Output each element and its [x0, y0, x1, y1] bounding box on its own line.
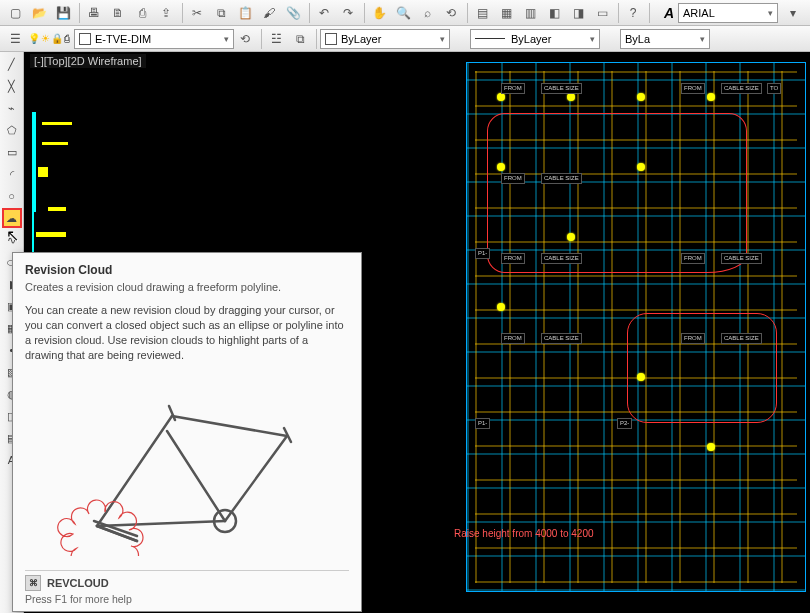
- textstyle-icon[interactable]: A: [664, 5, 674, 21]
- help-icon[interactable]: ?: [622, 2, 644, 24]
- tooltip-revision-cloud: Revision Cloud Creates a revision cloud …: [12, 252, 362, 612]
- chevron-down-icon: ▾: [590, 34, 595, 44]
- tooltip-footer: ⌘ REVCLOUD Press F1 for more help: [25, 570, 349, 605]
- polyline-icon[interactable]: ⌁: [2, 98, 22, 118]
- linetype-bylayer-dropdown[interactable]: ByLayer ▾: [470, 29, 600, 49]
- design-center-icon[interactable]: ◧: [543, 2, 565, 24]
- tool-palette-icon[interactable]: ▥: [519, 2, 541, 24]
- revision-cloud-shape: [487, 113, 747, 273]
- chevron-down-icon: ▾: [224, 34, 229, 44]
- arc-icon[interactable]: ◜: [2, 164, 22, 184]
- pan-icon[interactable]: ✋: [368, 2, 390, 24]
- cut-icon[interactable]: ✂: [186, 2, 208, 24]
- tooltip-body: You can create a new revision cloud by d…: [25, 303, 349, 362]
- fp-tag: P1-: [475, 418, 490, 429]
- lock-icon[interactable]: 🔒: [51, 33, 63, 44]
- toolbar-layers: ☰ 💡 ☀ 🔒 ⎙ E-TVE-DIM ▾ ⟲ ☳ ⧉ ByLayer ▾ By…: [0, 26, 810, 52]
- sun-icon[interactable]: ☀: [41, 33, 50, 44]
- tooltip-command: REVCLOUD: [47, 577, 109, 589]
- fp-tag: CABLE SIZE: [541, 253, 582, 264]
- layer-state-icon[interactable]: ☳: [265, 28, 287, 50]
- svg-line-0: [97, 416, 172, 526]
- fp-tag: CABLE SIZE: [721, 253, 762, 264]
- new-file-icon[interactable]: ▢: [4, 2, 26, 24]
- rectangle-icon[interactable]: ▭: [2, 142, 22, 162]
- fp-tag: CABLE SIZE: [721, 83, 762, 94]
- canvas-annotation: Raise height from 4000 to 4200: [454, 528, 594, 539]
- lineweight-bylayer-dropdown[interactable]: ByLa ▾: [620, 29, 710, 49]
- sheet-icon[interactable]: ▦: [495, 2, 517, 24]
- text-prop-icon[interactable]: ▾: [782, 2, 804, 24]
- zoom-prev-icon[interactable]: ⟲: [440, 2, 462, 24]
- plot-layer-icon[interactable]: ⎙: [64, 33, 70, 44]
- match-prop-icon[interactable]: 🖌: [258, 2, 280, 24]
- publish-icon[interactable]: ⇪: [155, 2, 177, 24]
- tooltip-subtitle: Creates a revision cloud drawing a freef…: [25, 281, 349, 293]
- circle-icon[interactable]: ○: [2, 186, 22, 206]
- layer-state-icons: 💡 ☀ 🔒 ⎙: [28, 33, 70, 44]
- svg-line-2: [225, 436, 287, 521]
- toolbar-main: ▢ 📂 💾 🖶 🗎 ⎙ ⇪ ✂ ⧉ 📋 🖌 📎 ↶ ↷ ✋ 🔍 ⌕ ⟲ ▤ ▦ …: [0, 0, 810, 26]
- svg-line-1: [172, 416, 287, 436]
- print-preview-icon[interactable]: 🗎: [107, 2, 129, 24]
- undo-icon[interactable]: ↶: [313, 2, 335, 24]
- paste-icon[interactable]: 📋: [234, 2, 256, 24]
- chevron-down-icon: ▾: [700, 34, 705, 44]
- fp-tag: FROM: [501, 333, 525, 344]
- fp-tag: CABLE SIZE: [541, 333, 582, 344]
- fp-tag: CABLE SIZE: [721, 333, 762, 344]
- copy-icon[interactable]: ⧉: [210, 2, 232, 24]
- save-icon[interactable]: 💾: [52, 2, 74, 24]
- fp-tag: FROM: [501, 83, 525, 94]
- fp-tag: FROM: [681, 333, 705, 344]
- svg-line-4: [167, 431, 225, 521]
- layer-filter-icon[interactable]: ⧉: [289, 28, 311, 50]
- construction-line-icon[interactable]: ╳: [2, 76, 22, 96]
- tooltip-command-row: ⌘ REVCLOUD: [25, 575, 349, 591]
- command-icon: ⌘: [25, 575, 41, 591]
- markup-icon[interactable]: ◨: [567, 2, 589, 24]
- fp-tag: FROM: [501, 253, 525, 264]
- properties-icon[interactable]: ▤: [471, 2, 493, 24]
- fp-tag: P2-: [617, 418, 632, 429]
- font-name-dropdown[interactable]: ARIAL ▾: [678, 3, 778, 23]
- viewport-label[interactable]: [-][Top][2D Wireframe]: [30, 54, 146, 68]
- linetype-preview: [475, 38, 505, 39]
- calc-icon[interactable]: ▭: [591, 2, 613, 24]
- fp-tag: FROM: [681, 253, 705, 264]
- revision-cloud-shape: [627, 313, 777, 423]
- polygon-icon[interactable]: ⬠: [2, 120, 22, 140]
- spline-icon[interactable]: ∿: [2, 230, 22, 250]
- tooltip-title: Revision Cloud: [25, 263, 349, 277]
- print-icon[interactable]: 🖶: [83, 2, 105, 24]
- svg-line-3: [97, 521, 225, 526]
- line-icon[interactable]: ╱: [2, 54, 22, 74]
- fp-tag: P1-: [475, 248, 490, 259]
- tooltip-help: Press F1 for more help: [25, 593, 349, 605]
- chevron-down-icon: ▾: [768, 8, 773, 18]
- layer-manager-icon[interactable]: ☰: [4, 28, 26, 50]
- open-icon[interactable]: 📂: [28, 2, 50, 24]
- font-style-area: A ARIAL ▾ ▾: [664, 2, 806, 24]
- floorplan-drawing: FROM CABLE SIZE FROM CABLE SIZE TO FROM …: [466, 62, 806, 592]
- color-bylayer-dropdown[interactable]: ByLayer ▾: [320, 29, 450, 49]
- revcloud-icon[interactable]: ☁: [2, 208, 22, 228]
- zoom-window-icon[interactable]: ⌕: [416, 2, 438, 24]
- bulb-icon[interactable]: 💡: [28, 33, 40, 44]
- tooltip-illustration: [25, 368, 349, 564]
- plot-icon[interactable]: ⎙: [131, 2, 153, 24]
- clipboard-icon[interactable]: 📎: [282, 2, 304, 24]
- layer-prev-icon[interactable]: ⟲: [234, 28, 256, 50]
- bike-illustration: [37, 376, 337, 556]
- font-name-value: ARIAL: [683, 7, 715, 19]
- linetype-bylayer-value: ByLayer: [511, 33, 551, 45]
- color-swatch: [325, 33, 337, 45]
- layer-name-value: E-TVE-DIM: [95, 33, 151, 45]
- redo-icon[interactable]: ↷: [337, 2, 359, 24]
- fp-tag: FROM: [501, 173, 525, 184]
- fp-tag: CABLE SIZE: [541, 173, 582, 184]
- zoom-icon[interactable]: 🔍: [392, 2, 414, 24]
- lineweight-bylayer-value: ByLa: [625, 33, 650, 45]
- layer-color-swatch: [79, 33, 91, 45]
- layer-name-dropdown[interactable]: E-TVE-DIM ▾: [74, 29, 234, 49]
